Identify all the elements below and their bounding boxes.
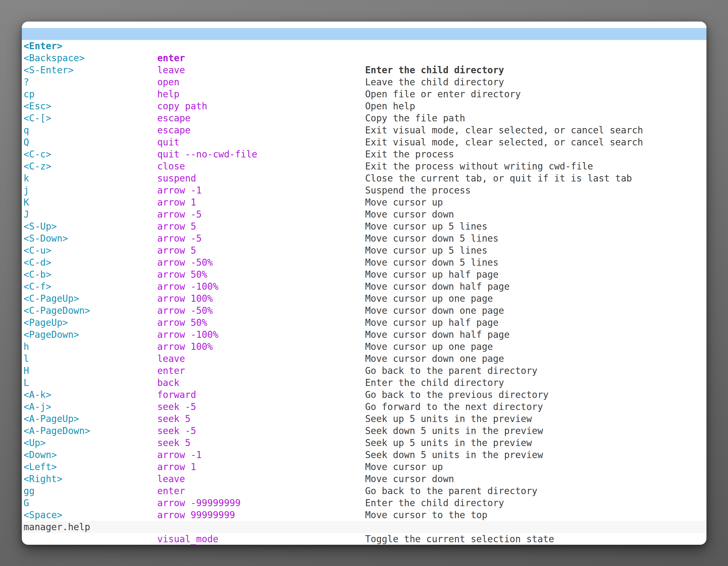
keybind-row[interactable]: H back Go back to the previous directory — [22, 353, 706, 365]
keybind-row[interactable]: cp copy path Copy the file path — [22, 76, 706, 88]
keybind-row[interactable]: G arrow 99999999 Move cursor to the bott… — [22, 485, 706, 497]
description-label: Toggle the current selection state — [365, 533, 554, 545]
keybind-row[interactable]: J arrow 5 Move cursor down 5 lines — [22, 196, 706, 208]
keybind-row[interactable]: <C-c> close Close the current tab, or qu… — [22, 136, 706, 148]
keybind-row[interactable]: K arrow -5 Move cursor up 5 lines — [22, 184, 706, 196]
keybind-row[interactable]: j arrow 1 Move cursor down — [22, 172, 706, 184]
keybind-row[interactable]: <A-PageUp> seek -5 Seek up 5 units in th… — [22, 401, 706, 413]
keybind-row[interactable]: <Down> arrow 1 Move cursor down — [22, 437, 706, 449]
keybind-row[interactable]: q quit Exit the process — [22, 112, 706, 124]
keybind-row[interactable]: <A-j> seek 5 Seek down 5 units in the pr… — [22, 389, 706, 401]
keybind-row[interactable]: <C-z> suspend Suspend the process — [22, 148, 706, 160]
keybind-row[interactable]: v visual_mode Enter visual mode (selecti… — [22, 509, 706, 521]
keybind-row[interactable]: <C-u> arrow -50% Move cursor up half pag… — [22, 233, 706, 245]
keybind-row[interactable]: <PageDown> arrow 100% Move cursor down o… — [22, 316, 706, 328]
keybind-row[interactable]: k arrow -1 Move cursor up — [22, 160, 706, 172]
keybind-row[interactable]: <Esc> escape Exit visual mode, clear sel… — [22, 88, 706, 100]
keybind-row[interactable]: <S-Up> arrow -5 Move cursor up 5 lines — [22, 208, 706, 220]
keybind-row[interactable]: <S-Enter> open Open file or enter direct… — [22, 52, 706, 64]
keybind-row[interactable]: gg arrow -99999999 Move cursor to the to… — [22, 473, 706, 485]
keybind-row[interactable]: <C-f> arrow 100% Move cursor down one pa… — [22, 269, 706, 281]
keybind-row[interactable]: ? help Open help — [22, 64, 706, 76]
keybind-row[interactable]: L forward Go forward to the next directo… — [22, 365, 706, 377]
keybind-row[interactable]: <Left> leave Go back to the parent direc… — [22, 449, 706, 461]
keybind-row[interactable]: <C-b> arrow -100% Move cursor up one pag… — [22, 257, 706, 269]
keybind-row[interactable]: <S-Down> arrow 5 Move cursor down 5 line… — [22, 220, 706, 233]
keybinding-list: <Enter> enter Enter the child directory … — [22, 28, 706, 521]
keybind-row[interactable]: <A-k> seek -5 Seek up 5 units in the pre… — [22, 377, 706, 389]
keybind-row[interactable]: <C-PageUp> arrow -50% Move cursor up hal… — [22, 281, 706, 292]
keybind-row[interactable]: h leave Go back to the parent directory — [22, 328, 706, 340]
keybind-row[interactable]: <Backspace> leave Leave the child direct… — [22, 40, 706, 52]
status-bar: manager.help — [22, 521, 706, 533]
keybind-row[interactable]: <Enter> enter Enter the child directory — [22, 28, 706, 40]
keybind-row[interactable]: l enter Enter the child directory — [22, 340, 706, 353]
command-label: visual_mode — [157, 533, 219, 545]
keybind-row[interactable]: <A-PageDown> seek 5 Seek down 5 units in… — [22, 413, 706, 425]
help-window: <Enter> enter Enter the child directory … — [22, 22, 706, 545]
keybind-row[interactable]: <C-d> arrow 50% Move cursor down half pa… — [22, 245, 706, 257]
keybind-row[interactable]: <Right> enter Enter the child directory — [22, 461, 706, 473]
keybind-row[interactable]: <C-PageDown> arrow 50% Move cursor down … — [22, 292, 706, 304]
keybind-row[interactable]: Q quit --no-cwd-file Exit the process wi… — [22, 124, 706, 136]
keybind-row[interactable]: <C-[> escape Exit visual mode, clear sel… — [22, 100, 706, 112]
keybind-row[interactable]: <PageUp> arrow -100% Move cursor up one … — [22, 304, 706, 316]
keybind-row[interactable]: <Up> arrow -1 Move cursor up — [22, 425, 706, 437]
keybind-row[interactable]: <Space> select --state=none; arrow 1 Tog… — [22, 497, 706, 509]
